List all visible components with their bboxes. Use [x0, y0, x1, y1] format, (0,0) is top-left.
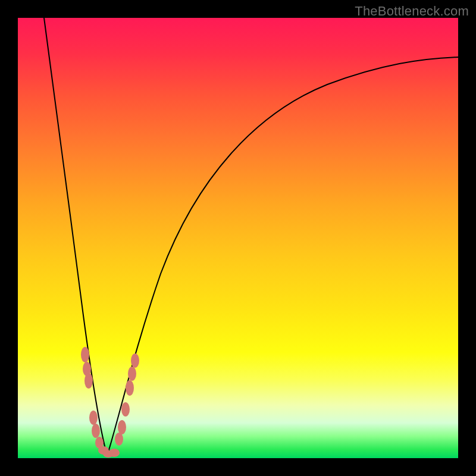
svg-point-12 [126, 380, 134, 396]
chart-frame: TheBottleneck.com [0, 0, 476, 476]
svg-point-8 [109, 449, 120, 457]
watermark-text: TheBottleneck.com [355, 4, 469, 19]
svg-point-13 [128, 367, 136, 381]
svg-point-14 [131, 353, 139, 368]
svg-point-9 [115, 433, 123, 446]
plot-area [18, 18, 458, 458]
left-curve [44, 18, 107, 456]
svg-point-11 [121, 402, 130, 416]
svg-point-0 [81, 347, 89, 362]
svg-point-2 [84, 373, 93, 389]
curve-svg [18, 18, 458, 458]
svg-point-10 [118, 420, 126, 434]
svg-point-4 [92, 424, 100, 438]
svg-point-3 [89, 411, 98, 425]
right-curve [107, 57, 458, 456]
